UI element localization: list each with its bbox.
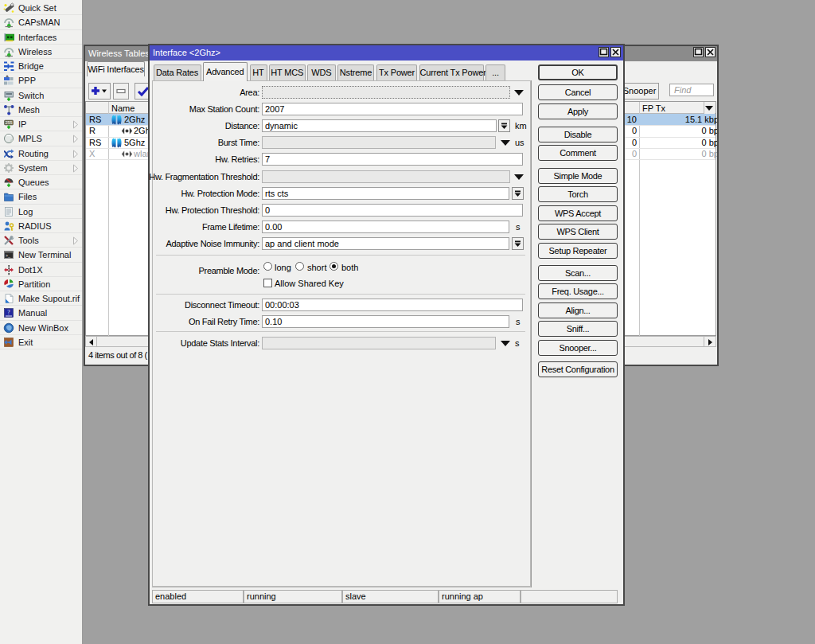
svg-text:255: 255 xyxy=(5,120,12,125)
svg-text:>_: >_ xyxy=(6,254,11,259)
